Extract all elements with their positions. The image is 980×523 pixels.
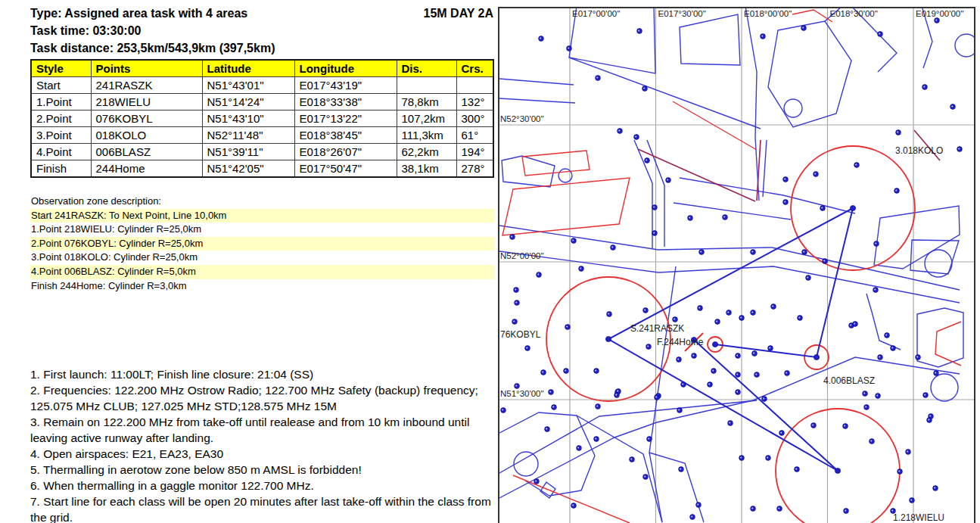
waypoint-dot — [814, 172, 819, 177]
waypoint-dot-center — [596, 76, 598, 78]
airspace-outline — [917, 308, 963, 367]
task-note: 4. Open airspaces: E21, EA23, EA30 — [30, 446, 499, 462]
waypoint-dot-center — [879, 356, 880, 357]
waypoint-dot-center — [727, 311, 729, 313]
table-cell: N51°14'24" — [202, 94, 294, 111]
table-cell: 111,3km — [397, 127, 456, 144]
waypoint-dot-center — [795, 468, 797, 469]
table-cell: 4.Point — [31, 144, 91, 160]
waypoint-dot-center — [854, 322, 855, 324]
grid-label-longitude: E017°30'00" — [658, 9, 706, 18]
waypoint-dot-center — [855, 163, 857, 165]
observation-zone-line: 3.Point 018KOLO: Cylinder R=25,0km — [30, 251, 495, 265]
waypoint-dot-center — [780, 431, 782, 433]
table-cell: 300° — [456, 111, 493, 127]
waypoint-dot-center — [891, 347, 893, 348]
waypoint-dot-center — [638, 30, 639, 31]
airspace-outline-red — [522, 151, 590, 176]
table-cell: 1.Point — [31, 94, 91, 111]
task-time-line: Task time: 03:30:00 — [30, 22, 493, 39]
waypoint-dot — [777, 506, 782, 512]
waypoint-dot-center — [698, 307, 700, 308]
waypoint-dot — [806, 276, 811, 281]
column-header: Points — [91, 60, 202, 77]
waypoint-dot-center — [875, 242, 876, 244]
class-day-label: 15M DAY 2A — [30, 5, 493, 22]
airspace-outline — [649, 453, 704, 522]
map-point-label: F.244Home — [657, 337, 704, 347]
table-row: 3.Point018KOLON52°11'48"E018°38'45"111,3… — [31, 127, 493, 144]
waypoint-dot-center — [526, 347, 527, 348]
waypoint-dot-center — [740, 456, 742, 458]
waypoint-dot — [923, 393, 929, 398]
airspace-outline — [910, 240, 959, 274]
table-cell: 244Home — [91, 160, 202, 178]
table-cell: 107,2km — [397, 111, 456, 127]
waypoint-dot — [916, 355, 921, 360]
airspace-outline-red — [502, 178, 630, 235]
observation-zone-line: 2.Point 076KOBYL: Cylinder R=25,0km — [30, 237, 495, 251]
waypoint-dot-center — [924, 394, 926, 395]
observation-zone-line: Start 241RASZK: To Next Point, Line 10,0… — [30, 209, 495, 223]
table-cell: 62,2km — [397, 144, 456, 160]
waypoint-table: StylePointsLatitudeLongitudeDis.Crs. Sta… — [30, 59, 494, 178]
table-row: 4.Point006BLASZN51°39'11"E018°26'07"62,2… — [31, 144, 493, 160]
waypoint-dot-center — [577, 447, 579, 448]
waypoint-dot — [843, 424, 848, 429]
waypoint-dot-center — [798, 316, 800, 318]
waypoint-dot-center — [542, 371, 543, 372]
table-cell: N51°43'01" — [202, 77, 294, 94]
waypoint-dot — [779, 431, 785, 436]
waypoint-dot — [933, 486, 938, 491]
table-cell: 006BLASZ — [91, 144, 202, 160]
waypoint-dot — [820, 206, 826, 211]
waypoint-dot-center — [823, 260, 825, 261]
task-point-dot — [814, 354, 819, 360]
table-cell: Start — [31, 77, 91, 94]
map-point-label: 4.006BLASZ — [823, 375, 875, 386]
waypoint-dot-center — [891, 509, 893, 511]
waypoint-dot-center — [803, 251, 804, 252]
waypoint-dot — [870, 439, 875, 444]
airspace-outline-red — [935, 322, 961, 366]
waypoint-dot-center — [753, 352, 754, 353]
waypoint-dot — [935, 18, 940, 23]
waypoint-dot-center — [515, 301, 517, 303]
waypoint-dot-center — [923, 86, 925, 87]
waypoint-dot — [894, 188, 900, 194]
waypoint-dot — [783, 177, 789, 182]
table-cell: 61° — [456, 127, 493, 144]
waypoint-dot-center — [647, 345, 649, 347]
waypoint-dot-center — [546, 428, 547, 429]
waypoint-dot — [927, 418, 932, 423]
waypoint-dot-center — [928, 419, 929, 420]
waypoint-dot — [853, 322, 858, 327]
waypoint-dot-center — [617, 390, 618, 391]
waypoint-dot-center — [646, 159, 647, 160]
task-note: 1. First launch: 11:00LT; Finish line cl… — [30, 366, 499, 382]
grid-label-longitude: E017°00'00" — [572, 9, 620, 18]
waypoint-dot-center — [655, 396, 657, 397]
waypoint-dot-center — [644, 475, 646, 477]
table-cell: N51°43'10" — [202, 111, 294, 127]
map-content: E017°00'00"E017°30'00"E018°00'00"E018°30… — [499, 7, 976, 523]
waypoint-dot-center — [608, 313, 609, 314]
waypoint-dot — [864, 405, 870, 410]
waypoint-dot — [922, 85, 928, 90]
airspace-outline — [499, 251, 960, 303]
waypoint-dot-center — [898, 470, 900, 472]
waypoint-dot-center — [736, 391, 738, 392]
waypoint-dot-center — [802, 26, 804, 28]
airspace-outline — [499, 98, 575, 103]
waypoint-dot-center — [784, 201, 786, 202]
task-point-dot — [850, 205, 855, 210]
waypoint-dot-center — [667, 179, 668, 180]
table-cell: E018°33'38" — [294, 94, 397, 111]
task-sheet-page: { "header": { "type_line": "Type: Assign… — [0, 0, 980, 523]
waypoint-dot-center — [885, 334, 887, 335]
waypoint-dot-center — [680, 468, 681, 469]
column-header: Latitude — [202, 60, 294, 77]
waypoint-dot-center — [566, 325, 568, 327]
grid-label-latitude: N52°00'00" — [500, 251, 544, 260]
column-header: Style — [31, 60, 91, 77]
